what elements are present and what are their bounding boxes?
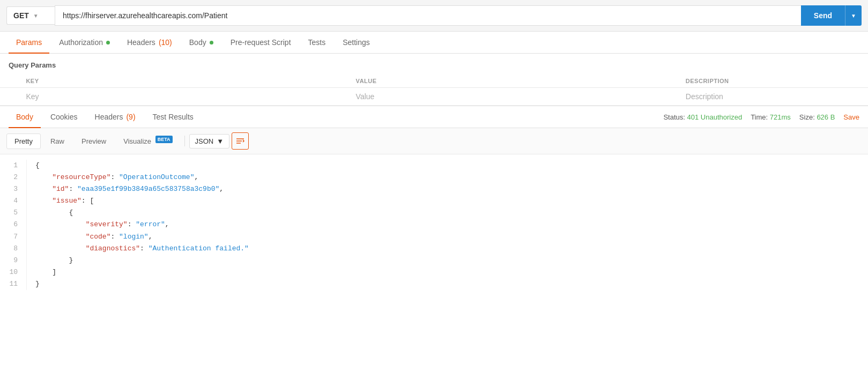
format-separator: [184, 136, 185, 146]
resp-tab-cookies[interactable]: Cookies: [43, 106, 85, 128]
wrap-button[interactable]: [232, 132, 249, 150]
code-line-9: }: [35, 255, 868, 266]
query-params-section: Query Params KEY VALUE DESCRIPTION Key V…: [0, 54, 868, 106]
tab-prerequest[interactable]: Pre-request Script: [223, 32, 299, 53]
params-table: KEY VALUE DESCRIPTION Key Value Descript…: [0, 75, 868, 106]
col-value-header: VALUE: [347, 75, 677, 88]
code-line-4: "issue": [: [35, 195, 868, 207]
size-label: Size: 626 B: [799, 113, 835, 121]
response-section: Body Cookies Headers (9) Test Results St…: [0, 106, 868, 295]
col-desc-header: DESCRIPTION: [677, 75, 868, 88]
url-input[interactable]: [55, 5, 801, 26]
row-key[interactable]: Key: [17, 88, 347, 106]
row-value[interactable]: Value: [347, 88, 677, 106]
time-label: Time: 721ms: [751, 113, 791, 121]
col-checkbox: [0, 75, 17, 88]
format-tab-preview[interactable]: Preview: [74, 134, 114, 149]
format-tab-raw[interactable]: Raw: [43, 134, 72, 149]
code-line-1: {: [35, 160, 868, 172]
code-lines: { "resourceType": "OperationOutcome", "i…: [35, 160, 868, 290]
code-line-6: "severity": "error",: [35, 219, 868, 231]
send-arrow[interactable]: ▼: [845, 5, 862, 26]
resp-tab-headers[interactable]: Headers (9): [87, 106, 143, 128]
resp-tab-test-results[interactable]: Test Results: [145, 106, 201, 128]
save-button[interactable]: Save: [843, 113, 859, 121]
tab-params[interactable]: Params: [9, 32, 49, 53]
code-line-8: "diagnostics": "Authentication failed.": [35, 243, 868, 255]
size-value: 626 B: [817, 113, 835, 121]
resp-tab-body[interactable]: Body: [9, 106, 41, 128]
send-main[interactable]: Send: [801, 5, 845, 26]
json-content: 1 2 3 4 5 6 7 8 9 10 11 { "resourceType"…: [0, 154, 868, 295]
table-row: Key Value Description: [0, 88, 868, 106]
query-params-title: Query Params: [0, 54, 868, 75]
authorization-dot: [106, 41, 110, 44]
tab-authorization[interactable]: Authorization: [51, 32, 117, 53]
format-bar: Pretty Raw Preview Visualize BETA JSON ▼: [0, 128, 868, 154]
code-line-2: "resourceType": "OperationOutcome",: [35, 172, 868, 183]
format-tab-pretty[interactable]: Pretty: [6, 133, 41, 149]
code-line-11: }: [35, 278, 868, 290]
method-select[interactable]: GET ▼: [6, 6, 55, 25]
status-label: Status: 401 Unauthorized: [663, 113, 742, 121]
col-key-header: KEY: [17, 75, 347, 88]
line-numbers: 1 2 3 4 5 6 7 8 9 10 11: [0, 160, 27, 290]
code-line-3: "id": "eaa395e1f99b3849a65c583758a3c9b0"…: [35, 183, 868, 195]
method-label: GET: [13, 11, 29, 20]
code-line-7: "code": "login",: [35, 231, 868, 243]
status-value: 401 Unauthorized: [687, 113, 743, 121]
code-line-5: {: [35, 207, 868, 219]
send-button[interactable]: Send ▼: [801, 5, 862, 26]
tab-settings[interactable]: Settings: [335, 32, 377, 53]
method-chevron-icon: ▼: [33, 13, 39, 19]
tab-headers[interactable]: Headers (10): [120, 32, 180, 53]
time-value: 721ms: [770, 113, 791, 121]
response-header: Body Cookies Headers (9) Test Results St…: [0, 106, 868, 128]
row-checkbox-cell: [0, 88, 17, 106]
body-dot: [210, 41, 213, 44]
format-tab-visualize[interactable]: Visualize BETA: [116, 133, 180, 149]
tab-body[interactable]: Body: [182, 32, 221, 53]
code-line-10: ]: [35, 266, 868, 278]
request-tabs: Params Authorization Headers (10) Body P…: [0, 32, 868, 54]
url-bar: GET ▼ Send ▼: [0, 0, 868, 32]
json-format-select[interactable]: JSON ▼: [189, 134, 230, 149]
tab-tests[interactable]: Tests: [301, 32, 333, 53]
response-meta: Status: 401 Unauthorized Time: 721ms Siz…: [663, 113, 859, 121]
beta-badge: BETA: [155, 136, 173, 143]
row-description[interactable]: Description: [677, 88, 868, 106]
response-tabs: Body Cookies Headers (9) Test Results: [9, 106, 201, 128]
